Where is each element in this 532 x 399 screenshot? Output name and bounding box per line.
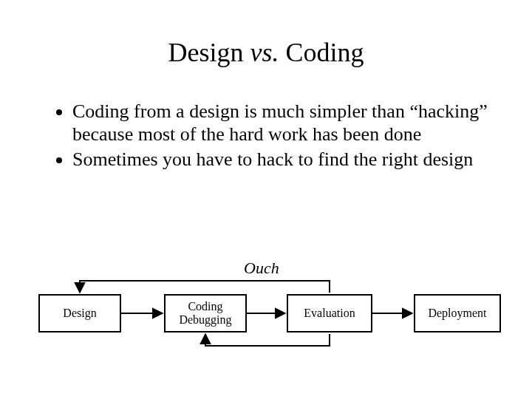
flow-box-label: Evaluation <box>304 307 355 320</box>
flow-diagram: Ouch Design CodingDebugging Evaluation D… <box>37 259 495 369</box>
title-vs: vs. <box>250 38 279 67</box>
flow-box-evaluation: Evaluation <box>287 294 372 332</box>
bullet-list: Coding from a design is much simpler tha… <box>37 100 495 171</box>
flow-box-deployment: Deployment <box>414 294 501 332</box>
flow-box-label: Deployment <box>428 307 486 320</box>
ouch-label: Ouch <box>244 259 279 278</box>
bullet-item: Coding from a design is much simpler tha… <box>72 100 495 146</box>
flow-box-label: CodingDebugging <box>179 300 231 326</box>
title-text-post: Coding <box>279 38 364 67</box>
slide: Design vs. Coding Coding from a design i… <box>0 0 532 399</box>
title-text-pre: Design <box>168 38 250 67</box>
bullet-item: Sometimes you have to hack to find the r… <box>72 149 495 171</box>
flow-box-coding: CodingDebugging <box>164 294 247 332</box>
slide-title: Design vs. Coding <box>37 37 495 68</box>
flow-box-label: Design <box>63 307 96 320</box>
flow-box-design: Design <box>38 294 121 332</box>
